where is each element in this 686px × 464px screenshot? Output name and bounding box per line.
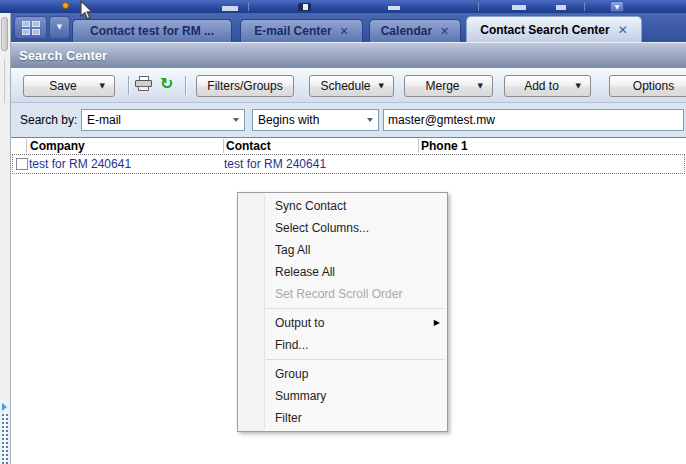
splitter-grip[interactable] (1, 413, 8, 464)
filters-groups-label: Filters/Groups (207, 79, 282, 93)
notification-dot-icon (62, 2, 69, 9)
dropdown-arrow-icon: ▼ (478, 82, 483, 90)
add-to-label: Add to (524, 79, 559, 93)
column-separator[interactable] (26, 139, 27, 153)
menu-item-release-all[interactable]: Release All (238, 261, 447, 283)
column-separator[interactable] (418, 139, 419, 153)
chevron-down-icon (367, 118, 373, 122)
clipped-icon (303, 4, 308, 10)
close-icon[interactable]: ✕ (440, 25, 449, 38)
menu-item-summary[interactable]: Summary (238, 385, 447, 407)
search-criteria-bar: Search by: E-mail Begins with (11, 103, 686, 137)
document-tab-bar: ▼ Contact test for RM ... E-mail Center … (11, 13, 686, 42)
tab-contact-test[interactable]: Contact test for RM ... (72, 19, 232, 42)
refresh-button[interactable]: ↻ (160, 75, 173, 93)
column-header-company[interactable]: Company (30, 139, 85, 153)
search-field-select[interactable]: E-mail (81, 109, 245, 131)
tab-label: E-mail Center (254, 24, 331, 38)
schedule-label: Schedule (320, 79, 370, 93)
search-center-toolbar: Save ▼ ↻ Filters/Groups Schedule ▼ Merge… (11, 68, 686, 103)
clipped-icon (556, 5, 566, 10)
menu-item-group[interactable]: Group (238, 363, 447, 385)
menu-item-sync-contact[interactable]: Sync Contact (238, 195, 447, 217)
chevron-down-icon: ▼ (615, 3, 620, 10)
dropdown-arrow-icon: ▼ (100, 82, 105, 90)
dropdown-arrow-icon: ▼ (379, 82, 384, 90)
print-button[interactable] (135, 76, 153, 92)
search-query-input[interactable] (383, 109, 684, 131)
tab-list-dropdown-button[interactable]: ▼ (49, 16, 70, 39)
menu-item-label: Output to (275, 316, 324, 330)
tab-contact-search-center[interactable]: Contact Search Center ✕ (466, 16, 642, 42)
rail-scroll-thumb[interactable] (1, 17, 8, 51)
toolbar-separator (584, 2, 585, 11)
cell-company[interactable]: test for RM 240641 (29, 155, 131, 173)
menu-item-filter[interactable]: Filter (238, 407, 447, 429)
options-button[interactable]: Options (609, 75, 686, 97)
context-menu: Sync Contact Select Columns... Tag All R… (237, 192, 448, 432)
search-by-label: Search by: (20, 103, 77, 137)
clipped-icon (512, 5, 526, 10)
menu-item-output-to[interactable]: Output to ▶ (238, 312, 447, 334)
search-field-value: E-mail (87, 113, 121, 127)
tab-label: Contact Search Center (480, 23, 609, 37)
table-row[interactable]: test for RM 240641 test for RM 240641 (12, 154, 685, 174)
splitter-expand-arrow-icon[interactable] (2, 403, 7, 411)
menu-separator (266, 359, 445, 360)
submenu-arrow-icon: ▶ (434, 312, 440, 334)
rail-groove (4, 59, 5, 103)
close-icon[interactable]: ✕ (340, 25, 349, 38)
save-button-label: Save (49, 79, 76, 93)
page-title: Search Center (11, 42, 686, 68)
filters-groups-button[interactable]: Filters/Groups (196, 75, 294, 97)
toolbar-separator (478, 2, 479, 11)
menu-separator (266, 308, 445, 309)
menu-item-find[interactable]: Find... (238, 334, 447, 356)
clipped-main-toolbar: ▼ (0, 0, 686, 13)
chevron-down-icon (233, 118, 239, 122)
menu-item-set-record-scroll-order: Set Record Scroll Order (238, 283, 447, 305)
toolbar-separator (185, 76, 186, 95)
app-window: ▼ ▼ Contact test for RM ... E-mail Cente… (0, 0, 686, 464)
column-header-contact[interactable]: Contact (226, 139, 271, 153)
tab-calendar[interactable]: Calendar ✕ (369, 19, 461, 42)
search-operator-value: Begins with (258, 113, 319, 127)
clipped-icon (388, 6, 400, 10)
column-header-phone1[interactable]: Phone 1 (421, 139, 468, 153)
close-icon[interactable]: ✕ (618, 23, 628, 37)
toolbar-separator (248, 2, 249, 11)
schedule-button[interactable]: Schedule ▼ (309, 75, 394, 97)
printer-icon (135, 76, 153, 92)
dropdown-arrow-icon: ▼ (576, 82, 581, 90)
clipped-icon (222, 6, 238, 11)
merge-button[interactable]: Merge ▼ (404, 75, 493, 97)
tab-label: Contact test for RM ... (90, 24, 214, 38)
toolbar-overflow-button[interactable]: ▼ (610, 1, 624, 12)
add-to-button[interactable]: Add to ▼ (504, 75, 591, 97)
mouse-cursor-icon (80, 0, 96, 22)
grid-panes-icon (22, 21, 40, 35)
column-separator[interactable] (223, 139, 224, 153)
menu-item-select-columns[interactable]: Select Columns... (238, 217, 447, 239)
save-button[interactable]: Save ▼ (23, 75, 115, 97)
tab-label: Calendar (381, 24, 432, 38)
window-tile-button[interactable] (14, 16, 47, 39)
options-label: Options (633, 79, 674, 93)
cell-contact[interactable]: test for RM 240641 (224, 155, 326, 173)
merge-label: Merge (425, 79, 459, 93)
row-tag-checkbox[interactable] (16, 158, 28, 170)
tab-email-center[interactable]: E-mail Center ✕ (240, 19, 363, 42)
results-header-row: Company Contact Phone 1 (11, 138, 686, 154)
toolbar-separator (128, 76, 129, 95)
refresh-icon: ↻ (160, 74, 173, 93)
left-dock-splitter[interactable] (0, 13, 11, 464)
menu-item-tag-all[interactable]: Tag All (238, 239, 447, 261)
search-operator-select[interactable]: Begins with (252, 109, 379, 131)
